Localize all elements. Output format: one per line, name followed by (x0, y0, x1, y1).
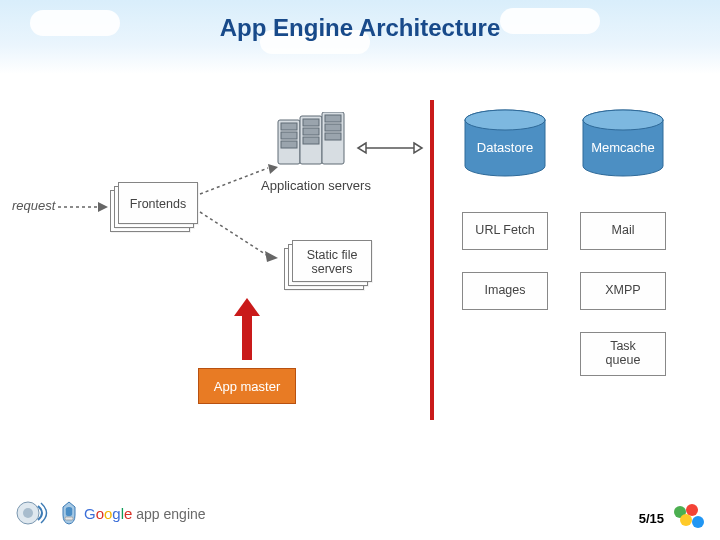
xmpp-box: XMPP (580, 272, 666, 310)
svg-marker-5 (265, 251, 278, 262)
xmpp-label: XMPP (605, 284, 640, 298)
appmaster-arrow-icon (232, 298, 262, 362)
app-master-box: App master (198, 368, 296, 404)
svg-point-24 (465, 110, 545, 130)
memcache-cylinder: Memcache (580, 108, 666, 186)
slide-footer: Google app engine 5/15 (0, 488, 720, 540)
frontends-label: Frontends (120, 185, 196, 225)
speaker-icon (16, 498, 50, 528)
svg-rect-7 (281, 123, 297, 130)
svg-marker-20 (414, 143, 422, 153)
footer-dots-icon (672, 504, 706, 530)
images-box: Images (462, 272, 548, 310)
server-cluster-icon (274, 112, 354, 174)
svg-point-28 (23, 508, 33, 518)
url-fetch-box: URL Fetch (462, 212, 548, 250)
logo-area: Google app engine (16, 498, 206, 528)
frontends-box: Frontends (110, 182, 196, 230)
svg-rect-9 (281, 141, 297, 148)
mail-box: Mail (580, 212, 666, 250)
request-label: request (12, 198, 55, 213)
svg-rect-12 (303, 128, 319, 135)
slide-number: 5/15 (639, 511, 664, 526)
static-file-servers-box: Static file servers (284, 240, 370, 288)
datastore-cylinder: Datastore (462, 108, 548, 186)
svg-marker-22 (234, 298, 260, 316)
static-file-label: Static file servers (294, 243, 370, 283)
images-label: Images (485, 284, 526, 298)
app-to-services-arrow-icon (358, 140, 424, 156)
datastore-label: Datastore (477, 140, 533, 155)
svg-line-4 (200, 212, 268, 256)
svg-rect-8 (281, 132, 297, 139)
app-master-label: App master (214, 379, 280, 394)
request-arrow-icon (58, 200, 108, 214)
task-queue-box: Task queue (580, 332, 666, 376)
svg-rect-11 (303, 119, 319, 126)
svg-point-26 (583, 110, 663, 130)
svg-marker-1 (98, 202, 108, 212)
app-servers-label: Application servers (256, 178, 376, 193)
svg-marker-19 (358, 143, 366, 153)
app-servers-cluster (274, 112, 354, 177)
svg-rect-15 (325, 115, 341, 122)
app-engine-icon (60, 501, 78, 525)
svg-rect-17 (325, 133, 341, 140)
mail-label: Mail (612, 224, 635, 238)
url-fetch-label: URL Fetch (475, 224, 534, 238)
memcache-label: Memcache (591, 140, 655, 155)
slide-title: App Engine Architecture (0, 14, 720, 42)
divider-line (430, 100, 434, 420)
svg-rect-13 (303, 137, 319, 144)
architecture-diagram: request Frontends (0, 90, 720, 480)
task-queue-label: Task queue (606, 340, 641, 368)
svg-rect-30 (65, 517, 73, 520)
svg-rect-21 (242, 314, 252, 360)
svg-rect-16 (325, 124, 341, 131)
google-app-engine-logo-text: Google app engine (84, 505, 206, 522)
fe-to-static-arrow-icon (200, 208, 280, 262)
